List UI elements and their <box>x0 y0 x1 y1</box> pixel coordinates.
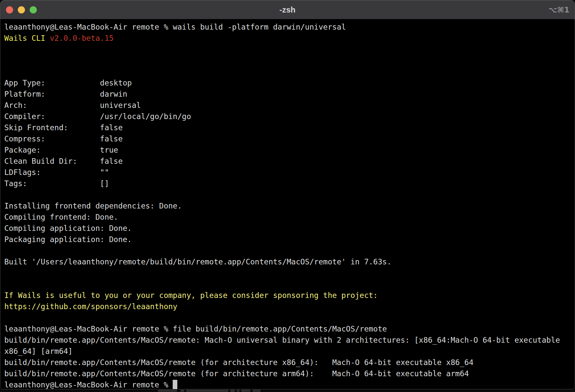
background-window-text-fragment <box>158 390 177 392</box>
background-window-text-fragment <box>237 390 239 392</box>
background-window-text-fragment <box>186 390 228 392</box>
terminal-window: -zsh ⌥⌘1 leaanthony@Leas-MacBook-Air rem… <box>0 0 575 389</box>
background-window-text-fragment <box>241 390 250 392</box>
terminal-line <box>4 312 575 323</box>
terminal-line: Built '/Users/leaanthony/remote/build/bi… <box>4 256 575 267</box>
terminal-text: v2.0.0-beta.15 <box>50 34 113 42</box>
terminal-line <box>4 55 575 66</box>
terminal-line <box>4 189 575 200</box>
terminal-line: Package: true <box>4 144 575 156</box>
terminal-text: Compiling frontend: Done. <box>4 213 118 221</box>
terminal-text: leaanthony@Leas-MacBook-Air remote % <box>4 380 173 389</box>
terminal-line: Compiling application: Done. <box>4 223 575 234</box>
terminal-text: x86_64] [arm64] <box>4 347 73 355</box>
terminal-text: Compiling application: Done. <box>4 224 132 233</box>
terminal-text: Tags: [] <box>4 179 109 188</box>
terminal-text: If Wails is useful to you or your compan… <box>4 291 378 300</box>
terminal-text: LDFlags: "" <box>4 168 109 177</box>
terminal-line: Tags: [] <box>4 178 575 189</box>
terminal-line: Packaging application: Done. <box>4 234 575 245</box>
terminal-screen[interactable]: leaanthony@Leas-MacBook-Air remote % wai… <box>0 19 575 389</box>
terminal-text: build/bin/remote.app/Contents/MacOS/remo… <box>4 358 473 367</box>
terminal-line: https://github.com/sponsors/leaanthony <box>4 301 575 312</box>
terminal-line: leaanthony@Leas-MacBook-Air remote % wai… <box>4 21 575 33</box>
terminal-text: Installing frontend dependencies: Done. <box>4 202 182 210</box>
terminal-line: Installing frontend dependencies: Done. <box>4 200 575 211</box>
terminal-line: App Type: desktop <box>4 77 575 88</box>
terminal-text: leaanthony@Leas-MacBook-Air remote % fil… <box>4 325 387 333</box>
terminal-line: If Wails is useful to you or your compan… <box>4 290 575 301</box>
terminal-line <box>4 245 575 256</box>
terminal-line: x86_64] [arm64] <box>4 346 575 357</box>
desktop: -zsh ⌥⌘1 leaanthony@Leas-MacBook-Air rem… <box>0 0 575 392</box>
terminal-text: Compiler: /usr/local/go/bin/go <box>4 112 191 121</box>
terminal-line: build/bin/remote.app/Contents/MacOS/remo… <box>4 368 575 379</box>
terminal-line: Platform: darwin <box>4 88 575 100</box>
traffic-lights <box>6 0 37 19</box>
terminal-line: build/bin/remote.app/Contents/MacOS/remo… <box>4 357 575 368</box>
terminal-line: Compress: false <box>4 133 575 144</box>
minimize-button[interactable] <box>18 6 25 13</box>
terminal-line <box>4 267 575 279</box>
close-button[interactable] <box>6 6 13 13</box>
terminal-cursor <box>173 380 177 389</box>
window-title: -zsh <box>280 5 296 14</box>
terminal-line: Wails CLI v2.0.0-beta.15 <box>4 33 575 44</box>
terminal-text: Package: true <box>4 146 118 154</box>
background-window-text-fragment <box>253 390 261 392</box>
terminal-text: Wails CLI <box>4 34 50 42</box>
terminal-line: leaanthony@Leas-MacBook-Air remote % fil… <box>4 323 575 334</box>
terminal-line: LDFlags: "" <box>4 167 575 178</box>
terminal-text: Arch: universal <box>4 101 141 110</box>
terminal-text: build/bin/remote.app/Contents/MacOS/remo… <box>4 336 560 344</box>
titlebar[interactable]: -zsh ⌥⌘1 <box>0 0 575 19</box>
terminal-line: build/bin/remote.app/Contents/MacOS/remo… <box>4 334 575 346</box>
background-window-text-fragment <box>230 390 235 392</box>
terminal-text: App Type: desktop <box>4 79 132 87</box>
terminal-text: Clean Build Dir: false <box>4 157 123 165</box>
terminal-line: Compiler: /usr/local/go/bin/go <box>4 111 575 122</box>
zoom-button[interactable] <box>30 6 37 13</box>
terminal-line: leaanthony@Leas-MacBook-Air remote % <box>4 379 575 389</box>
terminal-text: Skip Frontend: false <box>4 123 123 132</box>
terminal-text: Platform: darwin <box>4 90 127 98</box>
terminal-line <box>4 279 575 290</box>
terminal-text: leaanthony@Leas-MacBook-Air remote % wai… <box>4 23 346 31</box>
terminal-text: https://github.com/sponsors/leaanthony <box>4 302 177 311</box>
terminal-line: Skip Frontend: false <box>4 122 575 133</box>
terminal-line: Clean Build Dir: false <box>4 156 575 167</box>
terminal-text: build/bin/remote.app/Contents/MacOS/remo… <box>4 369 469 378</box>
terminal-line <box>4 44 575 55</box>
terminal-text: Built '/Users/leaanthony/remote/build/bi… <box>4 257 391 266</box>
terminal-line: Compiling frontend: Done. <box>4 211 575 223</box>
terminal-text: Compress: false <box>4 135 123 143</box>
terminal-text: Packaging application: Done. <box>4 235 132 244</box>
tab-shortcut-badge: ⌥⌘1 <box>548 0 569 19</box>
background-window-text-fragment <box>180 390 184 392</box>
terminal-line: Arch: universal <box>4 100 575 111</box>
terminal-line <box>4 66 575 77</box>
